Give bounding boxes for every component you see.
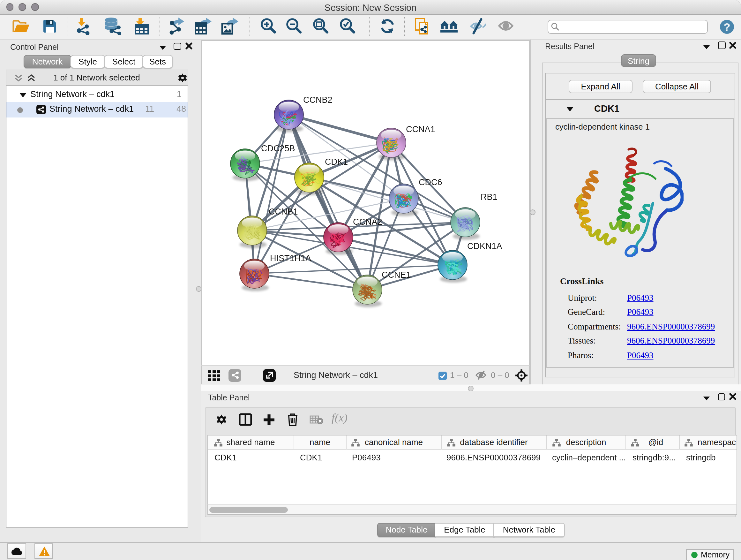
svg-text:CDKN1A: CDKN1A [467, 241, 502, 251]
svg-text:HIST1H1A: HIST1H1A [270, 253, 311, 263]
svg-text:CDK1: CDK1 [325, 157, 348, 167]
svg-text:CCNA1: CCNA1 [406, 125, 435, 134]
svg-text:CDC25B: CDC25B [261, 144, 295, 153]
svg-text:?: ? [724, 21, 730, 33]
svg-text:CCNB1: CCNB1 [269, 207, 298, 216]
svg-text:RB1: RB1 [481, 192, 497, 202]
svg-text:CDC6: CDC6 [419, 178, 442, 187]
svg-text:CCNE1: CCNE1 [382, 270, 411, 280]
svg-text:CCNB2: CCNB2 [303, 95, 333, 105]
svg-text:CCNA2: CCNA2 [353, 217, 382, 227]
